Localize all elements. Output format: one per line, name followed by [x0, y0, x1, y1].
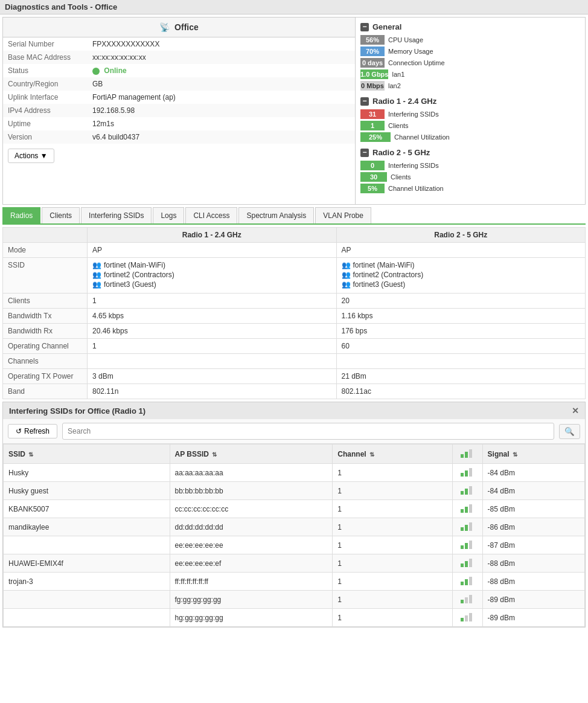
col-ssid[interactable]: SSID ⇅	[4, 445, 170, 464]
col-bssid[interactable]: AP BSSID ⇅	[170, 445, 333, 464]
radio2-section: − Radio 2 - 5 GHz 0 Interfering SSIDs 30…	[360, 148, 580, 193]
lan2-stat: 0 Mbps lan2	[360, 81, 580, 91]
tab-logs[interactable]: Logs	[153, 207, 184, 223]
ssid-cell: HUAWEI-EMIX4f	[4, 554, 170, 573]
radio2-clients: 30 Clients	[360, 172, 580, 182]
signal-value-cell: -89 dBm	[482, 591, 584, 609]
ssid-icon: 👥	[92, 261, 101, 269]
search-button[interactable]: 🔍	[559, 424, 580, 439]
col-signal[interactable]: Signal ⇅	[482, 445, 584, 464]
ssid-cell: Husky	[4, 464, 170, 482]
radio-table-row: SSID👥fortinet (Main-WiFi)👥fortinet2 (Con…	[3, 258, 586, 294]
radio2-cell: 21 dBm	[336, 369, 586, 384]
tab-radios[interactable]: Radios	[2, 207, 40, 223]
search-input[interactable]	[62, 423, 554, 440]
memory-stat: 70% Memory Usage	[360, 47, 580, 56]
top-section: 📡 Office Serial Number FPXXXXXXXXXXXX Ba…	[2, 17, 586, 205]
col-signal-bars	[452, 445, 482, 464]
interfering-close-button[interactable]: ✕	[572, 406, 579, 416]
refresh-button[interactable]: ↺ Refresh	[8, 424, 57, 438]
ssid-table-row: trojan-3ff:ff:ff:ff:ff:ff1-88 dBm	[4, 573, 585, 591]
bssid-cell: hg:gg:gg:gg:gg	[170, 609, 333, 627]
radio1-collapse-icon[interactable]: −	[360, 97, 369, 106]
radio2-collapse-icon[interactable]: −	[360, 149, 369, 157]
radio-table-row: Bandwidth Tx4.65 kbps1.16 kbps	[3, 309, 586, 324]
actions-button[interactable]: Actions ▼	[8, 149, 54, 163]
channel-cell: 1	[333, 573, 452, 591]
radio1-section: − Radio 1 - 2.4 GHz 31 Interfering SSIDs…	[360, 97, 580, 142]
interfering-ssid-table: SSID ⇅ AP BSSID ⇅ Channel ⇅ Signal ⇅ Hus…	[3, 444, 585, 627]
radio2-interfering-label: Interfering SSIDs	[388, 162, 439, 169]
radio1-stats: 31 Interfering SSIDs 1 Clients 25% Chann…	[360, 109, 580, 142]
tab-clients[interactable]: Clients	[42, 207, 80, 223]
svg-rect-15	[461, 545, 464, 549]
signal-value-cell: -86 dBm	[482, 518, 584, 536]
ssid-name: fortinet2 (Contractors)	[353, 271, 424, 279]
status-label: Status	[3, 64, 88, 77]
actions-label: Actions	[14, 152, 38, 160]
ssid-cell: mandikaylee	[4, 518, 170, 536]
svg-rect-19	[465, 561, 468, 567]
channel-cell: 1	[333, 554, 452, 573]
ssid-table-row: ee:ee:ee:ee:ee1-87 dBm	[4, 536, 585, 554]
ssid-table-row: HUAWEI-EMIX4fee:ee:ee:ee:ef1-88 dBm	[4, 554, 585, 573]
ssid-name: fortinet2 (Contractors)	[104, 271, 174, 279]
bssid-cell: fg:gg:gg:gg:gg	[170, 591, 333, 609]
signal-value-cell: -85 dBm	[482, 500, 584, 518]
radio-table-header: Radio 1 - 2.4 GHz Radio 2 - 5 GHz	[3, 228, 586, 243]
radio-table-row: Operating Channel160	[3, 339, 586, 354]
lan1-bar: 1.0 Gbps	[360, 69, 388, 79]
tab-vlan[interactable]: VLAN Probe	[315, 207, 371, 223]
ap-name: Office	[174, 22, 199, 32]
status-text: Online	[104, 66, 126, 75]
mac-value: xx:xx:xx:xx:xx:xx	[88, 51, 355, 64]
ssid-table-row: hg:gg:gg:gg:gg1-89 dBm	[4, 609, 585, 627]
signal-icon	[461, 594, 474, 603]
channel-cell: 1	[333, 500, 452, 518]
radio1-cell: 802.11n	[88, 384, 337, 399]
ssid-sort-icon: ⇅	[28, 451, 33, 458]
ssid-table-row: KBANK5007cc:cc:cc:cc:cc:cc1-85 dBm	[4, 500, 585, 518]
country-label: Country/Region	[3, 77, 88, 91]
radio2-channel: 5% Channel Utilization	[360, 184, 580, 193]
ipv4-label: IPv4 Address	[3, 104, 88, 117]
signal-bars-cell	[452, 573, 482, 591]
row-label: Bandwidth Tx	[3, 309, 88, 324]
tabs-bar: Radios Clients Interfering SSIDs Logs CL…	[2, 207, 586, 225]
tab-spectrum[interactable]: Spectrum Analysis	[238, 207, 314, 223]
signal-icon	[461, 576, 474, 585]
ssid-item: 👥fortinet3 (Guest)	[92, 280, 331, 289]
ssid-table-row: mandikayleedd:dd:dd:dd:dd1-86 dBm	[4, 518, 585, 536]
tab-interfering[interactable]: Interfering SSIDs	[81, 207, 152, 223]
general-collapse-icon[interactable]: −	[360, 23, 369, 31]
tab-cli[interactable]: CLI Access	[185, 207, 237, 223]
svg-rect-6	[461, 491, 464, 495]
ssid-item: 👥fortinet3 (Guest)	[342, 280, 581, 289]
ssid-cell: KBANK5007	[4, 500, 170, 518]
refresh-icon: ↺	[16, 427, 22, 435]
svg-rect-18	[461, 563, 464, 567]
radio2-cell: 60	[336, 339, 586, 354]
uplink-label: Uplink Interface	[3, 91, 88, 104]
uplink-value: FortiAP management (ap)	[88, 91, 355, 104]
ssid-name: fortinet3 (Guest)	[353, 280, 406, 289]
general-header: − General	[360, 22, 580, 31]
radio1-cell: 1	[88, 339, 337, 354]
lan1-stat: 1.0 Gbps lan1	[360, 69, 580, 79]
radio-table-row: Bandwidth Rx20.46 kbps176 bps	[3, 324, 586, 339]
channel-cell: 1	[333, 591, 452, 609]
signal-bars-cell	[452, 554, 482, 573]
channel-cell: 1	[333, 482, 452, 500]
actions-chevron: ▼	[40, 152, 48, 160]
col-channel[interactable]: Channel ⇅	[333, 445, 452, 464]
radio2-clients-bar: 30	[360, 172, 387, 182]
lan1-label: lan1	[392, 71, 404, 78]
ssid-table-header: SSID ⇅ AP BSSID ⇅ Channel ⇅ Signal ⇅	[4, 445, 585, 464]
radio2-title: Radio 2 - 5 GHz	[372, 148, 430, 157]
status-row: Status Online	[3, 64, 355, 77]
ssid-icon: 👥	[342, 271, 351, 279]
general-stats: 56% CPU Usage 70% Memory Usage 0 days Co…	[360, 35, 580, 91]
row-label: Operating Channel	[3, 339, 88, 354]
signal-bars-icon	[461, 448, 474, 458]
svg-rect-22	[465, 579, 468, 585]
